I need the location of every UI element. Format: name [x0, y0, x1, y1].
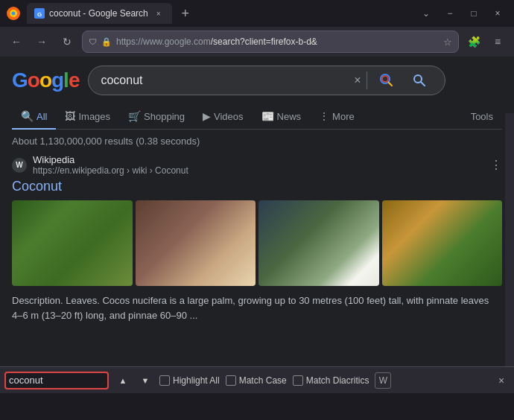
google-logo: Google: [12, 69, 79, 92]
tab-title: coconut - Google Search: [49, 8, 148, 19]
firefox-icon: [6, 6, 21, 21]
maximize-button[interactable]: □: [463, 3, 484, 24]
active-tab[interactable]: G coconut - Google Search ×: [27, 3, 172, 24]
toolbar-icons: 🧩 ≡: [463, 31, 508, 52]
overflow-button[interactable]: ⌄: [416, 3, 437, 24]
bookmark-star[interactable]: ☆: [443, 36, 452, 48]
tab-favicon: G: [34, 8, 45, 19]
close-window-button[interactable]: ×: [487, 3, 508, 24]
find-next-button[interactable]: ▼: [137, 372, 153, 389]
highlight-all-checkbox[interactable]: [159, 375, 170, 386]
url-prefix: https://www.google.com: [116, 36, 211, 47]
more-tab-icon: ⋮: [319, 110, 329, 122]
image-coconut-milk[interactable]: [258, 200, 379, 286]
tab-all-label: All: [37, 111, 47, 122]
all-tab-icon: 🔍: [21, 110, 34, 122]
news-tab-icon: 📰: [261, 110, 274, 122]
tab-videos-label: Videos: [214, 111, 244, 122]
address-bar[interactable]: 🛡 🔒 https://www.google.com/search?client…: [82, 31, 459, 53]
find-toolbar: coconut ▲ ▼ Highlight All Match Case Mat…: [0, 366, 514, 393]
shield-icon: 🛡: [89, 37, 97, 46]
match-diacritics-checkbox[interactable]: [293, 375, 303, 386]
match-diacritics-group: Match Diacritics: [293, 375, 369, 386]
find-input-text[interactable]: coconut: [9, 375, 104, 386]
image-coconut-open[interactable]: [136, 200, 256, 286]
match-diacritics-label[interactable]: Match Diacritics: [306, 375, 369, 386]
result-url: https://en.wikipedia.org › wiki › Coconu…: [33, 165, 188, 176]
tab-images-label: Images: [78, 111, 110, 122]
image-coconuts-pile[interactable]: [12, 200, 133, 286]
extensions-button[interactable]: 🧩: [463, 31, 484, 52]
site-name: Wikipedia: [33, 154, 188, 165]
tab-more-label: More: [332, 111, 355, 122]
search-box[interactable]: coconut ×: [88, 66, 445, 95]
tab-close-button[interactable]: ×: [153, 7, 165, 19]
tab-news[interactable]: 📰 News: [253, 104, 311, 130]
result-description: Description. Leaves. Cocos nucifera is a…: [12, 293, 502, 322]
find-close-button[interactable]: ×: [493, 372, 510, 389]
forward-button[interactable]: →: [31, 31, 52, 52]
nav-bar: ← → ↻ 🛡 🔒 https://www.google.com/search?…: [0, 27, 514, 57]
browser-window: G coconut - Google Search × + ⌄ − □ × ← …: [0, 0, 514, 393]
tab-images[interactable]: 🖼 Images: [56, 104, 119, 130]
scrollbar[interactable]: [505, 113, 514, 366]
wikipedia-result: W Wikipedia https://en.wikipedia.org › w…: [12, 154, 502, 322]
match-case-group: Match Case: [226, 375, 287, 386]
find-prev-button[interactable]: ▲: [115, 372, 131, 389]
svg-text:G: G: [37, 11, 42, 18]
image-coconut-drink[interactable]: [382, 200, 503, 286]
search-divider: [367, 71, 367, 89]
result-stats: About 1,130,000,000 results (0.38 second…: [12, 136, 502, 147]
images-tab-icon: 🖼: [65, 110, 75, 122]
image-grid: [12, 200, 502, 286]
google-header: Google coconut ×: [12, 66, 502, 95]
svg-line-7: [389, 83, 393, 86]
shopping-tab-icon: 🛒: [128, 110, 141, 122]
tab-shopping-label: Shopping: [144, 111, 185, 122]
page-content: Google coconut ×: [0, 57, 514, 393]
menu-button[interactable]: ≡: [487, 31, 508, 52]
window-controls: ⌄ − □ ×: [416, 3, 508, 24]
wikipedia-favicon: W: [12, 158, 27, 173]
match-case-checkbox[interactable]: [226, 375, 236, 386]
lock-icon: 🔒: [101, 37, 112, 47]
url-text: https://www.google.com/search?client=fir…: [116, 36, 439, 47]
tab-bar: G coconut - Google Search × + ⌄ − □ ×: [0, 0, 514, 27]
google-page: Google coconut ×: [0, 57, 514, 393]
find-input-wrapper[interactable]: coconut: [4, 372, 109, 389]
highlight-all-label[interactable]: Highlight All: [173, 375, 220, 386]
result-title[interactable]: Coconut: [12, 179, 502, 194]
search-clear-button[interactable]: ×: [354, 74, 361, 87]
search-tabs: 🔍 All 🖼 Images 🛒 Shopping ▶ Videos 📰: [12, 104, 502, 130]
search-submit-button[interactable]: [406, 67, 433, 94]
result-options-button[interactable]: ⋮: [490, 158, 502, 172]
result-source: W Wikipedia https://en.wikipedia.org › w…: [12, 154, 502, 176]
find-w-button[interactable]: W: [375, 372, 391, 389]
lens-button[interactable]: [373, 67, 400, 94]
back-button[interactable]: ←: [6, 31, 27, 52]
new-tab-button[interactable]: +: [175, 3, 196, 24]
tab-more[interactable]: ⋮ More: [310, 104, 364, 130]
tab-tools[interactable]: Tools: [462, 105, 502, 128]
search-query-text: coconut: [101, 74, 348, 87]
url-path: /search?client=firefox-b-d&: [211, 36, 317, 47]
videos-tab-icon: ▶: [203, 110, 211, 122]
highlight-all-group: Highlight All: [159, 375, 220, 386]
match-case-label[interactable]: Match Case: [239, 375, 287, 386]
tab-all[interactable]: 🔍 All: [12, 104, 56, 130]
result-source-info: Wikipedia https://en.wikipedia.org › wik…: [33, 154, 188, 176]
tab-videos[interactable]: ▶ Videos: [194, 104, 253, 130]
svg-point-2: [12, 12, 16, 16]
reload-button[interactable]: ↻: [57, 31, 77, 52]
tab-news-label: News: [277, 111, 302, 122]
minimize-button[interactable]: −: [440, 3, 460, 24]
svg-line-9: [421, 82, 425, 86]
tab-shopping[interactable]: 🛒 Shopping: [119, 104, 194, 130]
svg-point-6: [382, 76, 388, 82]
